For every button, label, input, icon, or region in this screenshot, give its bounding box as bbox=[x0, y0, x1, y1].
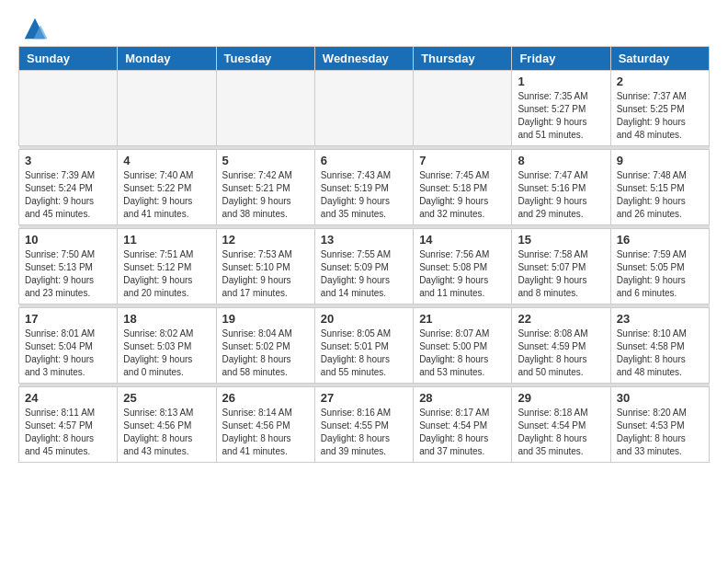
cell-info: Sunrise: 8:08 AM Sunset: 4:59 PM Dayligh… bbox=[518, 327, 604, 379]
empty-cell bbox=[314, 71, 413, 146]
day-cell-23: 23Sunrise: 8:10 AM Sunset: 4:58 PM Dayli… bbox=[610, 308, 709, 384]
day-number: 19 bbox=[222, 312, 309, 326]
logo-icon bbox=[21, 15, 49, 42]
weekday-header-sunday: Sunday bbox=[19, 47, 118, 71]
week-row-3: 10Sunrise: 7:50 AM Sunset: 5:13 PM Dayli… bbox=[19, 229, 710, 304]
day-number: 7 bbox=[419, 154, 506, 167]
cell-info: Sunrise: 7:59 AM Sunset: 5:05 PM Dayligh… bbox=[617, 248, 703, 300]
day-cell-27: 27Sunrise: 8:16 AM Sunset: 4:55 PM Dayli… bbox=[314, 387, 413, 463]
day-cell-22: 22Sunrise: 8:08 AM Sunset: 4:59 PM Dayli… bbox=[512, 308, 610, 384]
cell-info: Sunrise: 8:20 AM Sunset: 4:53 PM Dayligh… bbox=[617, 407, 703, 458]
cell-info: Sunrise: 8:07 AM Sunset: 5:00 PM Dayligh… bbox=[419, 327, 506, 379]
day-number: 2 bbox=[617, 75, 703, 88]
day-cell-30: 30Sunrise: 8:20 AM Sunset: 4:53 PM Dayli… bbox=[610, 387, 709, 463]
day-number: 3 bbox=[25, 154, 111, 167]
cell-info: Sunrise: 7:56 AM Sunset: 5:08 PM Dayligh… bbox=[419, 248, 506, 300]
day-cell-5: 5Sunrise: 7:42 AM Sunset: 5:21 PM Daylig… bbox=[216, 150, 314, 225]
day-number: 20 bbox=[321, 312, 407, 326]
day-number: 27 bbox=[321, 391, 407, 405]
weekday-header-monday: Monday bbox=[118, 47, 216, 71]
cell-info: Sunrise: 8:05 AM Sunset: 5:01 PM Dayligh… bbox=[321, 327, 407, 379]
cell-info: Sunrise: 7:42 AM Sunset: 5:21 PM Dayligh… bbox=[222, 169, 309, 221]
day-cell-11: 11Sunrise: 7:51 AM Sunset: 5:12 PM Dayli… bbox=[118, 229, 216, 304]
day-cell-8: 8Sunrise: 7:47 AM Sunset: 5:16 PM Daylig… bbox=[512, 150, 610, 225]
cell-info: Sunrise: 8:17 AM Sunset: 4:54 PM Dayligh… bbox=[419, 407, 506, 458]
empty-cell bbox=[19, 71, 118, 146]
day-cell-21: 21Sunrise: 8:07 AM Sunset: 5:00 PM Dayli… bbox=[414, 308, 512, 384]
day-number: 8 bbox=[518, 154, 604, 167]
day-cell-15: 15Sunrise: 7:58 AM Sunset: 5:07 PM Dayli… bbox=[512, 229, 610, 304]
day-cell-4: 4Sunrise: 7:40 AM Sunset: 5:22 PM Daylig… bbox=[118, 150, 216, 225]
cell-info: Sunrise: 8:11 AM Sunset: 4:57 PM Dayligh… bbox=[25, 407, 111, 458]
cell-info: Sunrise: 7:55 AM Sunset: 5:09 PM Dayligh… bbox=[321, 248, 407, 300]
week-row-1: 1Sunrise: 7:35 AM Sunset: 5:27 PM Daylig… bbox=[19, 71, 710, 146]
day-cell-14: 14Sunrise: 7:56 AM Sunset: 5:08 PM Dayli… bbox=[414, 229, 512, 304]
day-number: 23 bbox=[617, 312, 703, 326]
day-number: 24 bbox=[25, 391, 111, 405]
cell-info: Sunrise: 8:10 AM Sunset: 4:58 PM Dayligh… bbox=[617, 327, 703, 379]
day-cell-7: 7Sunrise: 7:45 AM Sunset: 5:18 PM Daylig… bbox=[414, 150, 512, 225]
day-number: 4 bbox=[123, 154, 210, 167]
day-cell-1: 1Sunrise: 7:35 AM Sunset: 5:27 PM Daylig… bbox=[512, 71, 610, 146]
cell-info: Sunrise: 7:37 AM Sunset: 5:25 PM Dayligh… bbox=[617, 90, 703, 142]
week-row-5: 24Sunrise: 8:11 AM Sunset: 4:57 PM Dayli… bbox=[19, 387, 710, 463]
cell-info: Sunrise: 8:16 AM Sunset: 4:55 PM Dayligh… bbox=[321, 407, 407, 458]
cell-info: Sunrise: 7:40 AM Sunset: 5:22 PM Dayligh… bbox=[123, 169, 210, 221]
cell-info: Sunrise: 7:58 AM Sunset: 5:07 PM Dayligh… bbox=[518, 248, 604, 300]
empty-cell bbox=[118, 71, 216, 146]
day-cell-26: 26Sunrise: 8:14 AM Sunset: 4:56 PM Dayli… bbox=[216, 387, 314, 463]
cell-info: Sunrise: 8:18 AM Sunset: 4:54 PM Dayligh… bbox=[518, 407, 604, 458]
day-number: 29 bbox=[518, 391, 604, 405]
day-number: 15 bbox=[518, 233, 604, 247]
cell-info: Sunrise: 7:50 AM Sunset: 5:13 PM Dayligh… bbox=[25, 248, 111, 300]
cell-info: Sunrise: 8:13 AM Sunset: 4:56 PM Dayligh… bbox=[123, 407, 210, 458]
cell-info: Sunrise: 7:35 AM Sunset: 5:27 PM Dayligh… bbox=[518, 90, 604, 142]
cell-info: Sunrise: 7:47 AM Sunset: 5:16 PM Dayligh… bbox=[518, 169, 604, 221]
cell-info: Sunrise: 8:02 AM Sunset: 5:03 PM Dayligh… bbox=[123, 327, 210, 379]
day-cell-28: 28Sunrise: 8:17 AM Sunset: 4:54 PM Dayli… bbox=[414, 387, 512, 463]
day-number: 25 bbox=[123, 391, 210, 405]
calendar: SundayMondayTuesdayWednesdayThursdayFrid… bbox=[18, 46, 710, 463]
day-cell-9: 9Sunrise: 7:48 AM Sunset: 5:15 PM Daylig… bbox=[610, 150, 709, 225]
day-number: 12 bbox=[222, 233, 309, 247]
day-cell-12: 12Sunrise: 7:53 AM Sunset: 5:10 PM Dayli… bbox=[216, 229, 314, 304]
day-number: 13 bbox=[321, 233, 407, 247]
day-cell-3: 3Sunrise: 7:39 AM Sunset: 5:24 PM Daylig… bbox=[19, 150, 118, 225]
day-number: 16 bbox=[617, 233, 703, 247]
day-cell-16: 16Sunrise: 7:59 AM Sunset: 5:05 PM Dayli… bbox=[610, 229, 709, 304]
day-number: 1 bbox=[518, 75, 604, 88]
day-number: 14 bbox=[419, 233, 506, 247]
weekday-header-tuesday: Tuesday bbox=[216, 47, 314, 71]
day-cell-20: 20Sunrise: 8:05 AM Sunset: 5:01 PM Dayli… bbox=[314, 308, 413, 384]
weekday-header-wednesday: Wednesday bbox=[314, 47, 413, 71]
day-number: 5 bbox=[222, 154, 309, 167]
day-number: 18 bbox=[123, 312, 210, 326]
day-cell-13: 13Sunrise: 7:55 AM Sunset: 5:09 PM Dayli… bbox=[314, 229, 413, 304]
day-number: 9 bbox=[617, 154, 703, 167]
day-number: 26 bbox=[222, 391, 309, 405]
day-number: 11 bbox=[123, 233, 210, 247]
cell-info: Sunrise: 8:14 AM Sunset: 4:56 PM Dayligh… bbox=[222, 407, 309, 458]
weekday-header-saturday: Saturday bbox=[610, 47, 709, 71]
empty-cell bbox=[216, 71, 314, 146]
day-number: 28 bbox=[419, 391, 506, 405]
day-cell-6: 6Sunrise: 7:43 AM Sunset: 5:19 PM Daylig… bbox=[314, 150, 413, 225]
weekday-header-thursday: Thursday bbox=[414, 47, 512, 71]
weekday-header-row: SundayMondayTuesdayWednesdayThursdayFrid… bbox=[19, 47, 710, 71]
day-number: 21 bbox=[419, 312, 506, 326]
cell-info: Sunrise: 7:48 AM Sunset: 5:15 PM Dayligh… bbox=[617, 169, 703, 221]
day-cell-18: 18Sunrise: 8:02 AM Sunset: 5:03 PM Dayli… bbox=[118, 308, 216, 384]
day-cell-19: 19Sunrise: 8:04 AM Sunset: 5:02 PM Dayli… bbox=[216, 308, 314, 384]
empty-cell bbox=[414, 71, 512, 146]
day-cell-24: 24Sunrise: 8:11 AM Sunset: 4:57 PM Dayli… bbox=[19, 387, 118, 463]
day-number: 10 bbox=[25, 233, 111, 247]
cell-info: Sunrise: 8:01 AM Sunset: 5:04 PM Dayligh… bbox=[25, 327, 111, 379]
day-number: 6 bbox=[321, 154, 407, 167]
day-cell-10: 10Sunrise: 7:50 AM Sunset: 5:13 PM Dayli… bbox=[19, 229, 118, 304]
week-row-4: 17Sunrise: 8:01 AM Sunset: 5:04 PM Dayli… bbox=[19, 308, 710, 384]
weekday-header-friday: Friday bbox=[512, 47, 610, 71]
day-cell-17: 17Sunrise: 8:01 AM Sunset: 5:04 PM Dayli… bbox=[19, 308, 118, 384]
cell-info: Sunrise: 7:53 AM Sunset: 5:10 PM Dayligh… bbox=[222, 248, 309, 300]
day-number: 22 bbox=[518, 312, 604, 326]
day-cell-2: 2Sunrise: 7:37 AM Sunset: 5:25 PM Daylig… bbox=[610, 71, 709, 146]
